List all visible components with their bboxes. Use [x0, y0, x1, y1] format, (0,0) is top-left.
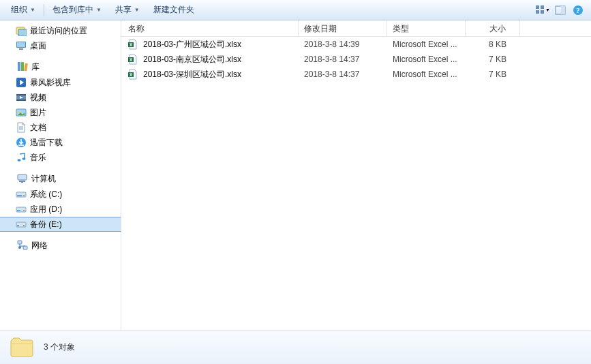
tree-header-network[interactable]: 网络: [0, 237, 121, 254]
column-header-type[interactable]: 类型: [387, 20, 466, 36]
status-bar: 3 个对象: [0, 330, 591, 364]
tree-item-label: 最近访问的位置: [30, 25, 87, 37]
tree-item-storm[interactable]: 暴风影视库: [0, 75, 121, 90]
svg-text:?: ?: [576, 6, 580, 14]
svg-rect-14: [21, 62, 24, 71]
pictures-icon: [15, 106, 27, 119]
svg-rect-2: [536, 10, 539, 14]
help-icon: ?: [573, 5, 584, 16]
preview-pane-button[interactable]: [553, 3, 568, 18]
organize-button[interactable]: 组织 ▼: [4, 0, 42, 20]
chevron-down-icon: ▼: [30, 7, 35, 13]
tree-item-label: 暴风影视库: [30, 77, 71, 89]
excel-file-icon: X: [127, 53, 139, 65]
svg-point-40: [23, 210, 25, 211]
tree-item-music[interactable]: 音乐: [0, 150, 121, 165]
list-rows[interactable]: X 2018-03-广州区域公司.xlsx 2018-3-8 14:39 Mic…: [121, 37, 591, 330]
svg-rect-0: [536, 5, 539, 9]
tree-item-drive-d[interactable]: 应用 (D:): [0, 202, 121, 217]
column-header-size[interactable]: 大小: [466, 20, 520, 36]
svg-rect-11: [17, 42, 25, 47]
tree-item-documents[interactable]: 文档: [0, 120, 121, 135]
library-icon: [16, 61, 29, 73]
tree-item-label: 迅雷下载: [30, 137, 63, 149]
help-button[interactable]: ?: [571, 3, 586, 18]
svg-text:X: X: [130, 72, 133, 77]
svg-point-30: [18, 159, 21, 162]
new-folder-button[interactable]: 新建文件夹: [147, 0, 201, 20]
recent-places-icon: [15, 25, 27, 37]
svg-rect-1: [541, 5, 544, 9]
include-in-library-button[interactable]: 包含到库中 ▼: [46, 0, 108, 20]
file-list: 名称 修改日期 类型 大小 X 2018-03-广州区域公司.xlsx 2018…: [121, 20, 591, 330]
svg-point-31: [22, 157, 26, 160]
svg-text:X: X: [130, 42, 133, 47]
file-date: 2018-3-8 14:37: [299, 70, 387, 79]
drive-icon: [15, 218, 27, 230]
toolbar: 组织 ▼ 包含到库中 ▼ 共享 ▼ 新建文件夹 ▼ ?: [0, 0, 591, 20]
excel-file-icon: X: [127, 68, 139, 80]
new-folder-label: 新建文件夹: [153, 4, 194, 16]
tree-header-label: 网络: [31, 240, 48, 252]
tree-item-label: 视频: [30, 92, 46, 104]
drive-icon: [15, 188, 27, 200]
svg-rect-44: [18, 241, 22, 244]
include-in-library-label: 包含到库中: [52, 4, 93, 16]
svg-rect-45: [23, 246, 27, 249]
preview-pane-icon: [555, 5, 566, 16]
tree-item-label: 音乐: [30, 152, 46, 164]
file-type: Microsoft Excel ...: [387, 40, 466, 49]
column-header-date[interactable]: 修改日期: [299, 20, 387, 36]
chevron-down-icon: ▼: [545, 7, 550, 12]
svg-rect-32: [18, 175, 27, 180]
column-header-name[interactable]: 名称: [121, 20, 299, 36]
file-row[interactable]: X 2018-03-深圳区域公司.xlsx 2018-3-8 14:37 Mic…: [121, 67, 591, 82]
computer-group: 计算机 系统 (C:) 应用 (D:) 备份 (E:): [0, 170, 121, 232]
tree-item-desktop[interactable]: 桌面: [0, 38, 121, 53]
tree-item-drive-e[interactable]: 备份 (E:): [0, 217, 121, 232]
svg-rect-12: [19, 48, 23, 50]
tree-item-pictures[interactable]: 图片: [0, 105, 121, 120]
tree-item-label: 图片: [30, 107, 46, 119]
svg-rect-9: [18, 29, 27, 36]
file-name: 2018-03-广州区域公司.xlsx: [143, 39, 241, 50]
svg-rect-33: [19, 181, 25, 182]
file-type: Microsoft Excel ...: [387, 70, 466, 79]
tree-item-xunlei[interactable]: 迅雷下载: [0, 135, 121, 150]
download-icon: [15, 136, 27, 149]
tree-header-computer[interactable]: 计算机: [0, 170, 121, 187]
file-size: 7 KB: [466, 70, 520, 79]
svg-rect-34: [21, 182, 23, 183]
tree-item-recent[interactable]: 最近访问的位置: [0, 23, 121, 38]
tree-header-label: 计算机: [31, 173, 56, 185]
file-type: Microsoft Excel ...: [387, 55, 466, 64]
navigation-tree[interactable]: 最近访问的位置 桌面 库 暴风影视库: [0, 20, 121, 330]
tree-item-label: 桌面: [30, 40, 46, 52]
svg-rect-5: [561, 6, 565, 14]
share-button[interactable]: 共享 ▼: [108, 0, 147, 20]
svg-point-46: [18, 246, 21, 249]
file-row[interactable]: X 2018-03-南京区域公司.xlsx 2018-3-8 14:37 Mic…: [121, 52, 591, 67]
file-row[interactable]: X 2018-03-广州区域公司.xlsx 2018-3-8 14:39 Mic…: [121, 37, 591, 52]
favorites-group: 最近访问的位置 桌面: [0, 23, 121, 53]
desktop-icon: [15, 40, 27, 52]
svg-rect-20: [16, 100, 26, 101]
share-label: 共享: [115, 4, 132, 16]
folder-large-icon: [8, 334, 35, 361]
svg-rect-36: [17, 195, 22, 196]
svg-point-43: [23, 225, 25, 226]
file-name: 2018-03-南京区域公司.xlsx: [143, 54, 241, 65]
tree-header-libraries[interactable]: 库: [0, 59, 121, 75]
status-text: 3 个对象: [44, 342, 75, 353]
view-mode-button[interactable]: ▼: [535, 3, 550, 18]
tree-item-drive-c[interactable]: 系统 (C:): [0, 187, 121, 202]
network-icon: [16, 239, 29, 252]
video-icon: [15, 91, 27, 104]
file-date: 2018-3-8 14:37: [299, 55, 387, 64]
tree-item-video[interactable]: 视频: [0, 90, 121, 105]
svg-point-23: [18, 111, 20, 113]
svg-rect-3: [541, 10, 544, 14]
storm-library-icon: [15, 76, 27, 89]
tree-item-label: 备份 (E:): [30, 219, 62, 230]
network-group: 网络: [0, 237, 121, 254]
